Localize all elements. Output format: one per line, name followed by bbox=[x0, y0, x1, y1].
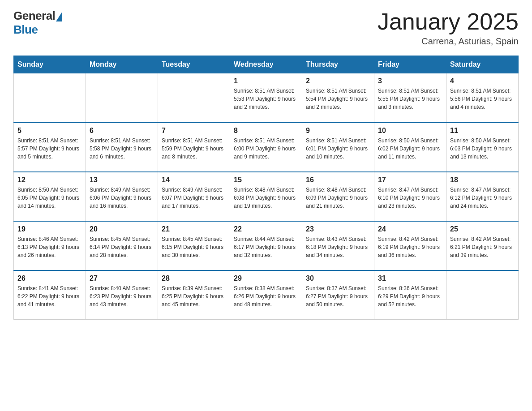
day-number: 20 bbox=[90, 225, 154, 233]
day-info: Sunrise: 8:50 AM Sunset: 6:05 PM Dayligh… bbox=[17, 186, 82, 210]
day-number: 22 bbox=[234, 225, 298, 233]
calendar-subtitle: Carrena, Asturias, Spain bbox=[378, 36, 519, 47]
day-of-week-header: Friday bbox=[374, 56, 446, 73]
calendar-cell: 20Sunrise: 8:45 AM Sunset: 6:14 PM Dayli… bbox=[86, 221, 158, 270]
day-info: Sunrise: 8:51 AM Sunset: 5:59 PM Dayligh… bbox=[162, 137, 226, 161]
calendar-cell: 10Sunrise: 8:50 AM Sunset: 6:02 PM Dayli… bbox=[374, 123, 446, 172]
day-info: Sunrise: 8:41 AM Sunset: 6:22 PM Dayligh… bbox=[17, 284, 82, 308]
day-number: 2 bbox=[306, 77, 370, 85]
calendar-week-row: 12Sunrise: 8:50 AM Sunset: 6:05 PM Dayli… bbox=[14, 172, 519, 221]
calendar-cell: 21Sunrise: 8:45 AM Sunset: 6:15 PM Dayli… bbox=[158, 221, 230, 270]
day-info: Sunrise: 8:49 AM Sunset: 6:06 PM Dayligh… bbox=[90, 186, 154, 210]
calendar-cell: 15Sunrise: 8:48 AM Sunset: 6:08 PM Dayli… bbox=[230, 172, 302, 221]
day-number: 8 bbox=[234, 127, 298, 135]
calendar-week-row: 1Sunrise: 8:51 AM Sunset: 5:53 PM Daylig… bbox=[14, 73, 519, 123]
day-info: Sunrise: 8:38 AM Sunset: 6:26 PM Dayligh… bbox=[234, 284, 298, 308]
day-number: 9 bbox=[306, 127, 370, 135]
day-number: 1 bbox=[234, 77, 298, 85]
day-info: Sunrise: 8:42 AM Sunset: 6:21 PM Dayligh… bbox=[450, 235, 515, 259]
day-number: 25 bbox=[450, 225, 515, 233]
day-info: Sunrise: 8:47 AM Sunset: 6:10 PM Dayligh… bbox=[378, 186, 442, 210]
calendar-title: January 2025 bbox=[378, 9, 519, 34]
day-number: 15 bbox=[234, 176, 298, 184]
calendar-cell: 6Sunrise: 8:51 AM Sunset: 5:58 PM Daylig… bbox=[86, 123, 158, 172]
calendar-cell: 23Sunrise: 8:43 AM Sunset: 6:18 PM Dayli… bbox=[302, 221, 374, 270]
calendar-cell: 26Sunrise: 8:41 AM Sunset: 6:22 PM Dayli… bbox=[14, 270, 86, 320]
day-info: Sunrise: 8:51 AM Sunset: 5:58 PM Dayligh… bbox=[90, 137, 154, 161]
day-info: Sunrise: 8:50 AM Sunset: 6:02 PM Dayligh… bbox=[378, 137, 442, 161]
day-info: Sunrise: 8:36 AM Sunset: 6:29 PM Dayligh… bbox=[378, 284, 442, 308]
calendar-cell bbox=[446, 270, 519, 320]
day-info: Sunrise: 8:37 AM Sunset: 6:27 PM Dayligh… bbox=[306, 284, 370, 308]
logo-general-text: General bbox=[13, 9, 55, 23]
day-info: Sunrise: 8:51 AM Sunset: 5:55 PM Dayligh… bbox=[378, 87, 442, 111]
calendar-body: 1Sunrise: 8:51 AM Sunset: 5:53 PM Daylig… bbox=[14, 73, 519, 320]
day-info: Sunrise: 8:51 AM Sunset: 5:53 PM Dayligh… bbox=[234, 87, 298, 111]
logo-triangle-icon bbox=[56, 12, 62, 21]
page-header: General Blue January 2025 Carrena, Astur… bbox=[13, 9, 519, 47]
day-of-week-header: Wednesday bbox=[230, 56, 302, 73]
day-number: 24 bbox=[378, 225, 442, 233]
calendar-cell bbox=[86, 73, 158, 123]
day-info: Sunrise: 8:47 AM Sunset: 6:12 PM Dayligh… bbox=[450, 186, 515, 210]
calendar-cell: 27Sunrise: 8:40 AM Sunset: 6:23 PM Dayli… bbox=[86, 270, 158, 320]
day-info: Sunrise: 8:50 AM Sunset: 6:03 PM Dayligh… bbox=[450, 137, 515, 161]
calendar-cell: 8Sunrise: 8:51 AM Sunset: 6:00 PM Daylig… bbox=[230, 123, 302, 172]
day-number: 5 bbox=[17, 127, 82, 135]
day-number: 11 bbox=[450, 127, 515, 135]
calendar-cell: 11Sunrise: 8:50 AM Sunset: 6:03 PM Dayli… bbox=[446, 123, 519, 172]
day-of-week-header: Saturday bbox=[446, 56, 519, 73]
day-info: Sunrise: 8:51 AM Sunset: 6:01 PM Dayligh… bbox=[306, 137, 370, 161]
calendar-cell: 25Sunrise: 8:42 AM Sunset: 6:21 PM Dayli… bbox=[446, 221, 519, 270]
calendar-cell: 3Sunrise: 8:51 AM Sunset: 5:55 PM Daylig… bbox=[374, 73, 446, 123]
day-info: Sunrise: 8:39 AM Sunset: 6:25 PM Dayligh… bbox=[162, 284, 226, 308]
day-number: 17 bbox=[378, 176, 442, 184]
day-info: Sunrise: 8:49 AM Sunset: 6:07 PM Dayligh… bbox=[162, 186, 226, 210]
day-of-week-header: Thursday bbox=[302, 56, 374, 73]
day-number: 10 bbox=[378, 127, 442, 135]
day-info: Sunrise: 8:51 AM Sunset: 6:00 PM Dayligh… bbox=[234, 137, 298, 161]
calendar-cell: 31Sunrise: 8:36 AM Sunset: 6:29 PM Dayli… bbox=[374, 270, 446, 320]
calendar-week-row: 19Sunrise: 8:46 AM Sunset: 6:13 PM Dayli… bbox=[14, 221, 519, 270]
calendar-table: SundayMondayTuesdayWednesdayThursdayFrid… bbox=[13, 56, 519, 320]
day-info: Sunrise: 8:48 AM Sunset: 6:08 PM Dayligh… bbox=[234, 186, 298, 210]
day-info: Sunrise: 8:48 AM Sunset: 6:09 PM Dayligh… bbox=[306, 186, 370, 210]
calendar-week-row: 5Sunrise: 8:51 AM Sunset: 5:57 PM Daylig… bbox=[14, 123, 519, 172]
calendar-cell: 13Sunrise: 8:49 AM Sunset: 6:06 PM Dayli… bbox=[86, 172, 158, 221]
calendar-cell bbox=[158, 73, 230, 123]
day-number: 27 bbox=[90, 274, 154, 283]
day-of-week-header: Tuesday bbox=[158, 56, 230, 73]
calendar-cell: 16Sunrise: 8:48 AM Sunset: 6:09 PM Dayli… bbox=[302, 172, 374, 221]
calendar-cell: 22Sunrise: 8:44 AM Sunset: 6:17 PM Dayli… bbox=[230, 221, 302, 270]
logo: General Blue bbox=[13, 9, 62, 37]
day-number: 3 bbox=[378, 77, 442, 85]
day-number: 6 bbox=[90, 127, 154, 135]
calendar-cell: 30Sunrise: 8:37 AM Sunset: 6:27 PM Dayli… bbox=[302, 270, 374, 320]
day-number: 14 bbox=[162, 176, 226, 184]
calendar-cell: 14Sunrise: 8:49 AM Sunset: 6:07 PM Dayli… bbox=[158, 172, 230, 221]
calendar-header: SundayMondayTuesdayWednesdayThursdayFrid… bbox=[14, 56, 519, 73]
day-number: 31 bbox=[378, 274, 442, 283]
calendar-cell: 24Sunrise: 8:42 AM Sunset: 6:19 PM Dayli… bbox=[374, 221, 446, 270]
day-info: Sunrise: 8:42 AM Sunset: 6:19 PM Dayligh… bbox=[378, 235, 442, 259]
day-info: Sunrise: 8:45 AM Sunset: 6:14 PM Dayligh… bbox=[90, 235, 154, 259]
day-info: Sunrise: 8:43 AM Sunset: 6:18 PM Dayligh… bbox=[306, 235, 370, 259]
title-section: January 2025 Carrena, Asturias, Spain bbox=[378, 9, 519, 47]
calendar-cell: 18Sunrise: 8:47 AM Sunset: 6:12 PM Dayli… bbox=[446, 172, 519, 221]
days-of-week-row: SundayMondayTuesdayWednesdayThursdayFrid… bbox=[14, 56, 519, 73]
day-number: 4 bbox=[450, 77, 515, 85]
day-number: 29 bbox=[234, 274, 298, 283]
calendar-cell bbox=[14, 73, 86, 123]
day-of-week-header: Sunday bbox=[14, 56, 86, 73]
calendar-cell: 17Sunrise: 8:47 AM Sunset: 6:10 PM Dayli… bbox=[374, 172, 446, 221]
day-info: Sunrise: 8:44 AM Sunset: 6:17 PM Dayligh… bbox=[234, 235, 298, 259]
day-info: Sunrise: 8:45 AM Sunset: 6:15 PM Dayligh… bbox=[162, 235, 226, 259]
day-number: 21 bbox=[162, 225, 226, 233]
calendar-week-row: 26Sunrise: 8:41 AM Sunset: 6:22 PM Dayli… bbox=[14, 270, 519, 320]
day-number: 12 bbox=[17, 176, 82, 184]
day-number: 19 bbox=[17, 225, 82, 233]
day-info: Sunrise: 8:51 AM Sunset: 5:57 PM Dayligh… bbox=[17, 137, 82, 161]
day-number: 26 bbox=[17, 274, 82, 283]
day-number: 7 bbox=[162, 127, 226, 135]
calendar-cell: 12Sunrise: 8:50 AM Sunset: 6:05 PM Dayli… bbox=[14, 172, 86, 221]
